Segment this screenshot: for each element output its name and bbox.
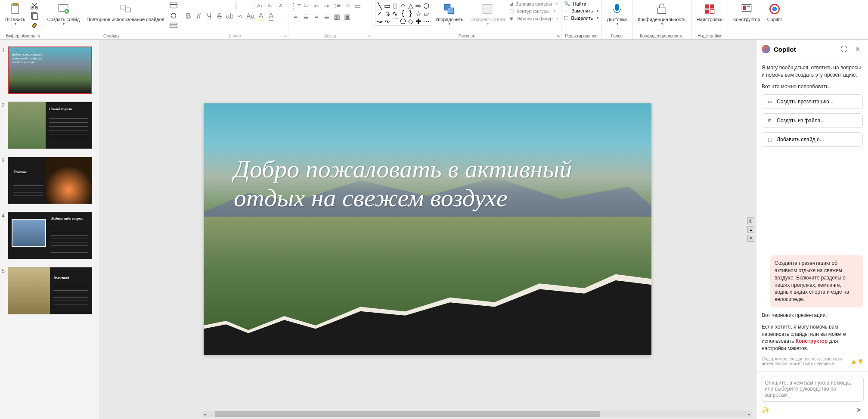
- shape-brace2[interactable]: }: [407, 10, 414, 17]
- thumbs-down-button[interactable]: 👎: [858, 359, 863, 364]
- increase-font-button[interactable]: A↑: [255, 1, 265, 10]
- expand-icon[interactable]: ⬊: [37, 34, 41, 38]
- decrease-font-button[interactable]: A↓: [266, 1, 275, 10]
- expand-icon[interactable]: ⬊: [284, 34, 287, 38]
- smartart-button[interactable]: ▣: [343, 12, 352, 21]
- shape-brace[interactable]: {: [400, 10, 406, 17]
- fit-button[interactable]: ⊞: [747, 217, 754, 224]
- shape-rect[interactable]: ▭: [384, 2, 391, 9]
- designer-link[interactable]: Конструктор: [796, 338, 828, 344]
- shape-effects-button[interactable]: ◉ Эффекты фигур ▾: [509, 16, 558, 21]
- shape-fill-button[interactable]: ◢ Заливка фигуры ▾: [509, 1, 558, 6]
- quick-styles-button[interactable]: Экспресс-стили ▾: [468, 1, 507, 27]
- strike-button[interactable]: S: [215, 12, 224, 21]
- shape-scribble[interactable]: ∿: [384, 18, 391, 25]
- copilot-action-fromfile[interactable]: 🗎 Создать из файла...: [762, 113, 863, 128]
- slide-editor-area[interactable]: Добро пожаловать в активный отдых на све…: [99, 40, 756, 419]
- thumbnail-slide[interactable]: Кемпинг: [8, 157, 92, 204]
- designer-button[interactable]: Конструктор: [731, 1, 763, 23]
- shape-hexagon[interactable]: ⬡: [423, 2, 430, 9]
- align-right-button[interactable]: ≡: [312, 12, 321, 21]
- paste-button[interactable]: Вставить ▾: [3, 1, 28, 27]
- copilot-ribbon-button[interactable]: Copilot: [765, 1, 784, 23]
- align-center-button[interactable]: ≣: [301, 12, 311, 21]
- thumbnail-item[interactable]: 2 Пеший туризм: [2, 102, 96, 149]
- numbering-button[interactable]: 1≡: [301, 1, 311, 10]
- case-button[interactable]: Aa: [246, 12, 255, 21]
- shape-rect2[interactable]: ▯: [392, 2, 399, 9]
- thumbnail-item[interactable]: 4 Водные виды спорта: [2, 212, 96, 259]
- shape-line[interactable]: ╲: [376, 2, 383, 9]
- thumbnail-slide[interactable]: Водные виды спорта: [8, 212, 92, 259]
- shape-more[interactable]: ⋯: [423, 18, 430, 25]
- clear-format-button[interactable]: A̸: [276, 1, 285, 10]
- shape-diamond[interactable]: ◇: [407, 18, 414, 25]
- underline-button[interactable]: Ч: [205, 12, 214, 21]
- find-button[interactable]: 🔍 Найти: [564, 1, 599, 6]
- horizontal-scrollbar[interactable]: ◂ ▸: [202, 411, 752, 417]
- shape-freeform[interactable]: ↝: [376, 18, 383, 25]
- copilot-input[interactable]: Опишите, в чем вам нужна помощь, или выб…: [761, 376, 864, 402]
- copy-button[interactable]: [30, 11, 39, 20]
- section-button[interactable]: [169, 21, 178, 30]
- thumbnail-panel[interactable]: 1 Добро пожаловать в активный отдых на с…: [0, 40, 99, 419]
- main-slide[interactable]: Добро пожаловать в активный отдых на све…: [204, 103, 651, 355]
- highlight-button[interactable]: A: [256, 12, 266, 21]
- columns-button[interactable]: ▥: [332, 12, 342, 21]
- bold-button[interactable]: B: [184, 12, 193, 21]
- cut-button[interactable]: [30, 1, 39, 10]
- shape-oval[interactable]: ○: [400, 2, 406, 9]
- font-size-input[interactable]: [236, 1, 254, 10]
- align-text-button[interactable]: ▭: [353, 1, 363, 10]
- shape-outline-button[interactable]: ▢ Контур фигуры ▾: [509, 8, 558, 14]
- next-slide-button[interactable]: ▾: [747, 235, 754, 242]
- indent-dec-button[interactable]: ⇤: [312, 1, 321, 10]
- spacing-button[interactable]: AV: [236, 12, 245, 21]
- text-direction-button[interactable]: ↕A: [343, 1, 352, 10]
- shadow-button[interactable]: ab: [225, 12, 235, 21]
- thumbnail-item[interactable]: 1 Добро пожаловать в активный отдых на с…: [2, 47, 96, 94]
- thumbnail-slide[interactable]: Добро пожаловать в активный отдых на све…: [8, 47, 92, 94]
- bullets-button[interactable]: ⋮≡: [291, 1, 301, 10]
- shape-pentagon[interactable]: ⬠: [400, 18, 406, 25]
- shape-curve[interactable]: ∿: [392, 10, 399, 17]
- font-color-button[interactable]: A: [267, 12, 276, 21]
- shape-triangle[interactable]: △: [407, 2, 414, 9]
- shape-star[interactable]: ☆: [415, 10, 422, 17]
- prev-slide-button[interactable]: ▴: [747, 226, 754, 233]
- arrange-button[interactable]: Упорядочить ▾: [433, 1, 466, 27]
- privacy-button[interactable]: Конфиденциальность ▾: [635, 1, 688, 27]
- font-name-input[interactable]: [184, 1, 236, 10]
- copilot-send-button[interactable]: ➤: [853, 404, 864, 415]
- addins-button[interactable]: Надстройки: [694, 1, 725, 23]
- shape-line2[interactable]: ⟋: [376, 10, 383, 17]
- thumbs-up-button[interactable]: 👍: [851, 359, 856, 364]
- indent-inc-button[interactable]: ⇥: [322, 1, 332, 10]
- copilot-action-create[interactable]: ▭ Создать презентацию...: [762, 94, 863, 109]
- align-left-button[interactable]: ≡: [291, 12, 301, 21]
- line-spacing-button[interactable]: ↕≡: [332, 1, 342, 10]
- thumbnail-item[interactable]: 5 Велосипед: [2, 267, 96, 314]
- copilot-action-addslide[interactable]: ▢ Добавить слайд о...: [762, 132, 863, 147]
- copilot-expand-button[interactable]: ⛶: [839, 44, 849, 54]
- shape-callout[interactable]: ▱: [423, 10, 430, 17]
- thumbnail-slide[interactable]: Пеший туризм: [8, 102, 92, 149]
- shape-arrow[interactable]: ⇨: [415, 2, 422, 9]
- replace-button[interactable]: ↔ Заменить ▾: [564, 8, 599, 13]
- shape-arc[interactable]: ⌒: [392, 18, 399, 25]
- justify-button[interactable]: ≣: [322, 12, 332, 21]
- reset-button[interactable]: [169, 11, 178, 20]
- italic-button[interactable]: К: [194, 12, 204, 21]
- copilot-prompts-button[interactable]: ✨: [761, 404, 771, 415]
- thumbnail-item[interactable]: 3 Кемпинг: [2, 157, 96, 204]
- reuse-slides-button[interactable]: Повторное использование слайдов: [84, 1, 167, 23]
- shape-plus[interactable]: ✚: [415, 18, 422, 25]
- scrollbar-thumb[interactable]: [215, 411, 600, 417]
- select-button[interactable]: ⬚ Выделить ▾: [564, 15, 599, 21]
- shapes-gallery[interactable]: ╲ ▭ ▯ ○ △ ⇨ ⬡ ⟋ ↴ ∿ { } ☆ ▱ ↝ ∿ ⌒ ⬠ ◇ ✚: [375, 1, 431, 26]
- format-painter-button[interactable]: [30, 21, 39, 30]
- shape-connector[interactable]: ↴: [384, 10, 391, 17]
- copilot-close-button[interactable]: ✕: [852, 44, 863, 54]
- slide-title-text[interactable]: Добро пожаловать в активный отдых на све…: [234, 155, 587, 212]
- thumbnail-slide[interactable]: Велосипед: [8, 267, 92, 314]
